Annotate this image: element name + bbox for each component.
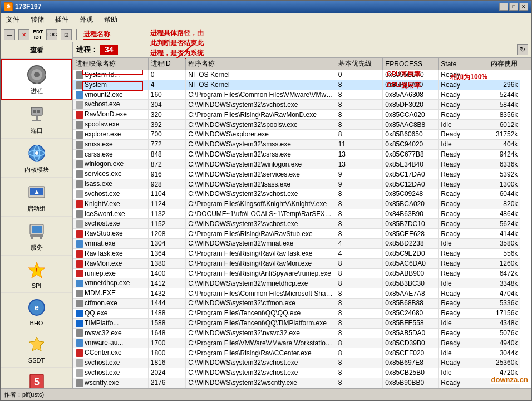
cell-pid: 1588 bbox=[148, 318, 185, 328]
table-row[interactable]: services.exe 916 C:\WINDOWS\system32\ser… bbox=[73, 169, 531, 179]
col-header-pri[interactable]: 基本优先级 bbox=[336, 58, 383, 70]
table-row[interactable]: System Id... 0 NT OS Kernel 0 0x8055C0A0… bbox=[73, 70, 531, 80]
cell-mem: 5076k bbox=[476, 328, 520, 338]
cell-pid: 160 bbox=[148, 90, 185, 100]
sidebar: 查看 进程 bbox=[1, 42, 73, 388]
minimize-button[interactable]: — bbox=[499, 3, 508, 11]
cell-path: NT OS Kernel bbox=[186, 70, 336, 80]
table-row[interactable]: vmnat.exe 1304 C:\WINDOWS\system32\vmnat… bbox=[73, 239, 531, 249]
col-header-pid[interactable]: 进程ID bbox=[148, 58, 185, 70]
refresh-button[interactable]: ↻ bbox=[517, 44, 528, 55]
cell-mem: 5336k bbox=[476, 299, 520, 309]
close-button[interactable]: ✕ bbox=[519, 3, 528, 11]
table-row[interactable]: MDM.EXE 1432 C:\Program Files\Common Fil… bbox=[73, 288, 531, 299]
table-row[interactable]: ctfmon.exe 1444 C:\WINDOWS\system32\ctfm… bbox=[73, 299, 531, 309]
svg-rect-8 bbox=[33, 110, 36, 113]
cell-name: RavStub.exe bbox=[73, 229, 149, 239]
sidebar-item-service[interactable]: 服务 bbox=[1, 217, 72, 256]
table-row[interactable]: svchost.exe 1816 C:\WINDOWS\system32\svc… bbox=[73, 358, 531, 368]
svg-rect-9 bbox=[37, 110, 40, 113]
table-row[interactable]: QQ.exe 1488 C:\Program Files\Tencent\QQ\… bbox=[73, 308, 531, 318]
table-row[interactable]: CCenter.exe 1800 C:\Program Files\Rising… bbox=[73, 348, 531, 358]
cell-pri: 9 bbox=[336, 179, 383, 189]
table-row[interactable]: smss.exe 772 C:\WINDOWS\system32\smss.ex… bbox=[73, 139, 531, 149]
table-row[interactable]: csrss.exe 848 C:\WINDOWS\system32\csrss.… bbox=[73, 149, 531, 159]
table-row[interactable]: svchost.exe 2024 C:\WINDOWS\system32\svc… bbox=[73, 368, 531, 378]
col-header-eprocess[interactable]: EPROCESS bbox=[383, 58, 439, 70]
minus-button[interactable]: — bbox=[4, 29, 15, 40]
table-row[interactable]: svchost.exe 1152 C:\WINDOWS\system32\svc… bbox=[73, 219, 531, 229]
table-row[interactable]: runiep.exe 1400 C:\Program Files\Rising\… bbox=[73, 268, 531, 278]
table-row[interactable]: wscntfy.exe 2176 C:\WINDOWS\system32\wsc… bbox=[73, 378, 531, 388]
process-bar-label: 进程： bbox=[76, 45, 98, 55]
cell-path: C:\WINDOWS\system32\svchost.exe bbox=[186, 358, 336, 368]
cell-path: C:\WINDOWS\system32\wscntfy.exe bbox=[186, 378, 336, 388]
sidebar-item-startup[interactable]: 启动组 bbox=[1, 178, 72, 217]
table-row[interactable]: vmnetdhcp.exe 1412 C:\WINDOWS\system32\v… bbox=[73, 278, 531, 288]
menu-plugin[interactable]: 插件 bbox=[52, 14, 72, 26]
menu-file[interactable]: 文件 bbox=[3, 14, 23, 26]
table-row[interactable]: spoolsv.exe 392 C:\WINDOWS\system32\spoo… bbox=[73, 120, 531, 130]
cell-state: Ready bbox=[439, 248, 476, 258]
table-row[interactable]: explorer.exe 700 C:\WINDOWS\explorer.exe… bbox=[73, 129, 531, 139]
log-button[interactable]: LOG bbox=[46, 29, 57, 40]
app-icon: ⚙ bbox=[4, 2, 13, 11]
cell-state: Ready bbox=[439, 308, 476, 318]
table-row[interactable]: TIMPlatfo... 1588 C:\Program Files\Tence… bbox=[73, 318, 531, 328]
sidebar-item-ssdt[interactable]: SSDT bbox=[1, 330, 72, 368]
table-row[interactable]: RavMon.exe 1380 C:\Program Files\Rising\… bbox=[73, 258, 531, 268]
menu-help[interactable]: 帮助 bbox=[101, 14, 121, 26]
table-row[interactable]: winlogon.exe 872 C:\WINDOWS\system32\win… bbox=[73, 159, 531, 169]
table-row[interactable]: svchost.exe 1104 C:\WINDOWS\system32\svc… bbox=[73, 189, 531, 199]
sidebar-item-bho[interactable]: e BHO bbox=[1, 293, 72, 330]
title-bar-buttons: — □ ✕ bbox=[499, 3, 528, 11]
cell-mem: 296k bbox=[476, 80, 520, 90]
table-row[interactable]: svchost.exe 304 C:\WINDOWS\system32\svch… bbox=[73, 100, 531, 110]
sidebar-spi-label: SPI bbox=[32, 282, 42, 289]
table-row[interactable]: RavStub.exe 1208 C:\Program Files\Rising… bbox=[73, 229, 531, 239]
table-container[interactable]: 进程映像名称 进程ID 程序名称 基本优先级 EPROCESS State 内存… bbox=[73, 57, 531, 388]
col-header-name[interactable]: 进程映像名称 bbox=[73, 58, 149, 70]
menu-view[interactable]: 外观 bbox=[76, 14, 96, 26]
table-row[interactable]: System 4 NT OS Kernel 8 0x85F85A00 Ready… bbox=[73, 80, 531, 90]
sidebar-item-port[interactable]: 端口 bbox=[1, 100, 72, 139]
table-row[interactable]: RavMonD.exe 320 C:\Program Files\Rising\… bbox=[73, 110, 531, 120]
col-header-mem[interactable]: 内存使用 bbox=[476, 58, 520, 70]
spi-icon: ! bbox=[26, 259, 48, 281]
col-header-path[interactable]: 程序名称 bbox=[186, 58, 336, 70]
svg-text:e: e bbox=[35, 303, 39, 312]
table-row[interactable]: vmware-au... 1700 C:\Program Files\VMWar… bbox=[73, 338, 531, 348]
cell-pid: 1124 bbox=[148, 199, 185, 209]
table-row[interactable]: lsass.exe 928 C:\WINDOWS\system32\lsass.… bbox=[73, 179, 531, 189]
col-header-state[interactable]: State bbox=[439, 58, 476, 70]
cell-path: C:\WINDOWS\system32\svchost.exe bbox=[186, 189, 336, 199]
cell-path: C:\WINDOWS\system32\smss.exe bbox=[186, 139, 336, 149]
cross-button[interactable]: ✕ bbox=[18, 29, 29, 40]
table-row[interactable]: RavTask.exe 1364 C:\Program Files\Rising… bbox=[73, 248, 531, 258]
cell-name: vmware-au... bbox=[73, 338, 149, 348]
svg-text:!: ! bbox=[36, 267, 37, 273]
table-row[interactable]: vmount2.exe 160 C:\Program Files\Common … bbox=[73, 90, 531, 100]
sidebar-item-reg[interactable]: 5 注册表 bbox=[1, 368, 72, 388]
cell-eprocess: 0x85F85A00 bbox=[383, 80, 439, 90]
process-table: 进程映像名称 进程ID 程序名称 基本优先级 EPROCESS State 内存… bbox=[73, 57, 531, 388]
cell-mem: 6472k bbox=[476, 268, 520, 278]
table-row[interactable]: nvsvc32.exe 1648 C:\WINDOWS\system32\nvs… bbox=[73, 328, 531, 338]
cell-path: C:\WINDOWS\system32\svchost.exe bbox=[186, 219, 336, 229]
menu-dump[interactable]: 转储 bbox=[27, 14, 47, 26]
cell-path: C:\Program Files\Rising\Rav\RavMon.exe bbox=[186, 258, 336, 268]
icon4-button[interactable]: ⊡ bbox=[61, 29, 72, 40]
cell-name: winlogon.exe bbox=[73, 159, 149, 169]
table-row[interactable]: IceSword.exe 1132 C:\DOCUME~1\ufo\LOCALS… bbox=[73, 209, 531, 219]
cell-state: Idle bbox=[439, 348, 476, 358]
maximize-button[interactable]: □ bbox=[509, 3, 518, 11]
edt-idt-block[interactable]: EDT IDT bbox=[33, 29, 43, 40]
cell-mem: 1260k bbox=[476, 258, 520, 268]
cell-mem: 4144k bbox=[476, 229, 520, 239]
sidebar-item-process[interactable]: 进程 bbox=[1, 59, 72, 100]
sidebar-item-spi[interactable]: ! SPI bbox=[1, 256, 72, 293]
sidebar-item-kernel[interactable]: 内核模块 bbox=[1, 139, 72, 178]
cell-state: Idle bbox=[439, 120, 476, 130]
process-bar: 进程： 34 ↻ bbox=[73, 42, 531, 57]
table-row[interactable]: KnightV.exe 1124 C:\Program Files\Kingso… bbox=[73, 199, 531, 209]
